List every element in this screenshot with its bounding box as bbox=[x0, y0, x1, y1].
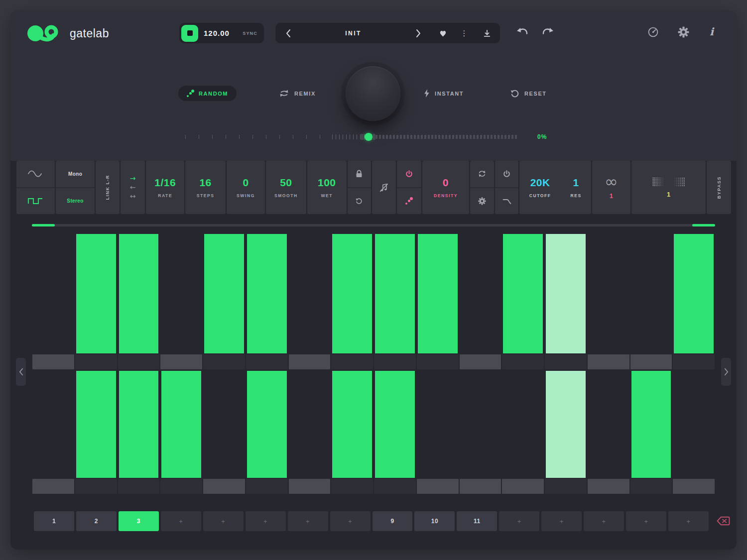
cutoff-control[interactable]: 20K CUTOFF bbox=[519, 177, 561, 198]
midi-knob-button[interactable] bbox=[647, 26, 659, 38]
reroll-button[interactable] bbox=[348, 188, 371, 215]
dither-control[interactable]: 1 bbox=[631, 161, 706, 214]
slider-track[interactable] bbox=[375, 135, 517, 139]
density-power-button[interactable] bbox=[397, 161, 421, 187]
pattern-slot-10[interactable]: 10 bbox=[414, 511, 455, 531]
step-15[interactable] bbox=[630, 226, 673, 353]
step-13[interactable] bbox=[544, 226, 587, 353]
zero-cell-step-9[interactable] bbox=[374, 479, 416, 494]
step-14[interactable] bbox=[587, 226, 630, 353]
pattern-slot-6[interactable]: + bbox=[246, 511, 286, 531]
info-button[interactable]: i bbox=[710, 25, 714, 38]
pattern-slot-11[interactable]: 11 bbox=[457, 511, 497, 531]
swing-control[interactable]: 0 SWING bbox=[227, 161, 265, 214]
zero-cell-step-10[interactable] bbox=[417, 479, 459, 494]
step-9[interactable] bbox=[374, 226, 416, 353]
zero-cell-step-13[interactable] bbox=[545, 354, 587, 369]
undo-button[interactable] bbox=[516, 27, 529, 36]
pattern-slot-12[interactable]: + bbox=[499, 511, 539, 531]
step-14[interactable] bbox=[587, 371, 630, 478]
step-1[interactable] bbox=[32, 226, 75, 353]
stereo-button[interactable]: Stereo bbox=[56, 188, 94, 215]
pattern-slot-3[interactable]: 3 bbox=[119, 511, 159, 531]
bypass-toggle[interactable]: BYPASS bbox=[707, 161, 731, 214]
zero-cell-step-8[interactable] bbox=[331, 354, 373, 369]
step-4[interactable] bbox=[160, 226, 203, 353]
zero-cell-step-2[interactable] bbox=[75, 479, 117, 494]
pattern-slot-16[interactable]: + bbox=[668, 511, 709, 531]
link-lr-toggle[interactable]: LINK L-R bbox=[96, 161, 120, 214]
preset-name[interactable]: INIT bbox=[301, 30, 405, 37]
zero-cell-step-15[interactable] bbox=[630, 354, 672, 369]
step-10[interactable] bbox=[416, 226, 459, 353]
zero-cell-step-4[interactable] bbox=[160, 479, 202, 494]
repeat-control[interactable]: ∞ 1 bbox=[592, 161, 630, 214]
smooth-control[interactable]: 50 SMOOTH bbox=[266, 161, 306, 214]
zero-cell-step-10[interactable] bbox=[417, 354, 459, 369]
sine-wave-button[interactable] bbox=[16, 161, 55, 187]
favorite-button[interactable] bbox=[431, 23, 454, 43]
remix-button[interactable]: REMIX bbox=[279, 86, 316, 101]
reset-button[interactable]: RESET bbox=[510, 86, 547, 101]
zero-cell-step-12[interactable] bbox=[502, 479, 544, 494]
wet-control[interactable]: 100 WET bbox=[307, 161, 347, 214]
filter-type-button[interactable] bbox=[495, 188, 519, 215]
zero-cell-step-14[interactable] bbox=[588, 479, 629, 494]
instant-button[interactable]: INSTANT bbox=[424, 86, 464, 101]
zero-cell-step-7[interactable] bbox=[289, 479, 331, 494]
preset-prev-button[interactable] bbox=[275, 23, 301, 43]
zero-cell-step-5[interactable] bbox=[203, 479, 245, 494]
step-1[interactable] bbox=[32, 371, 75, 478]
zero-cell-step-4[interactable] bbox=[160, 354, 202, 369]
zero-cell-step-3[interactable] bbox=[118, 354, 160, 369]
zero-cell-step-16[interactable] bbox=[673, 354, 715, 369]
pattern-slot-15[interactable]: + bbox=[626, 511, 666, 531]
zero-cell-step-11[interactable] bbox=[460, 354, 501, 369]
delete-pattern-button[interactable] bbox=[717, 516, 730, 526]
res-control[interactable]: 1 RES bbox=[561, 177, 591, 198]
zero-cell-step-1[interactable] bbox=[32, 354, 74, 369]
zero-cell-step-15[interactable] bbox=[630, 479, 672, 494]
filter-power-button[interactable] bbox=[495, 161, 519, 187]
step-2[interactable] bbox=[75, 226, 118, 353]
pattern-slot-14[interactable]: + bbox=[584, 511, 624, 531]
pattern-slot-7[interactable]: + bbox=[288, 511, 328, 531]
mono-button[interactable]: Mono bbox=[56, 161, 94, 187]
zero-cell-step-14[interactable] bbox=[588, 354, 629, 369]
stop-button[interactable] bbox=[181, 25, 198, 42]
zero-cell-step-16[interactable] bbox=[673, 479, 715, 494]
zero-cell-step-5[interactable] bbox=[203, 354, 245, 369]
filter-sync-button[interactable] bbox=[470, 161, 494, 187]
step-10[interactable] bbox=[416, 371, 459, 478]
step-4[interactable] bbox=[160, 371, 203, 478]
preset-save-button[interactable] bbox=[474, 23, 500, 43]
step-7[interactable] bbox=[288, 371, 331, 478]
step-12[interactable] bbox=[501, 371, 544, 478]
zero-cell-step-12[interactable] bbox=[502, 354, 544, 369]
step-8[interactable] bbox=[331, 371, 374, 478]
pattern-slot-8[interactable]: + bbox=[330, 511, 371, 531]
zero-cell-step-13[interactable] bbox=[545, 479, 587, 494]
step-5[interactable] bbox=[203, 371, 246, 478]
step-3[interactable] bbox=[118, 371, 160, 478]
settings-button[interactable] bbox=[678, 26, 689, 38]
step-11[interactable] bbox=[459, 226, 502, 353]
pattern-slot-9[interactable]: 9 bbox=[373, 511, 413, 531]
pattern-slot-13[interactable]: + bbox=[541, 511, 582, 531]
direction-forward-button[interactable]: → bbox=[130, 176, 136, 181]
step-13[interactable] bbox=[544, 371, 587, 478]
bpm-value[interactable]: 120.00 bbox=[204, 29, 230, 37]
step-9[interactable] bbox=[374, 371, 416, 478]
step-12[interactable] bbox=[501, 226, 544, 353]
step-3[interactable] bbox=[118, 226, 160, 353]
step-2[interactable] bbox=[75, 371, 118, 478]
direction-backward-button[interactable]: ← bbox=[130, 185, 136, 190]
zero-cell-step-6[interactable] bbox=[246, 479, 288, 494]
pattern-slot-4[interactable]: + bbox=[161, 511, 201, 531]
preset-next-button[interactable] bbox=[405, 23, 431, 43]
step-6[interactable] bbox=[246, 226, 288, 353]
lock-button[interactable] bbox=[348, 161, 371, 187]
direction-pingpong-button[interactable]: ↔ bbox=[130, 194, 136, 199]
step-8[interactable] bbox=[331, 226, 374, 353]
step-7[interactable] bbox=[288, 226, 331, 353]
